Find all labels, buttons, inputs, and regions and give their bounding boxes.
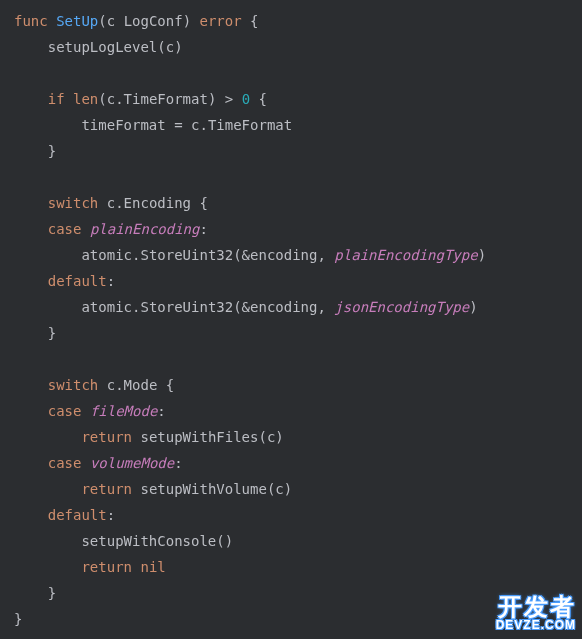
code-line-10: atomic.StoreUint32(&encoding, plainEncod… [14, 242, 568, 268]
code-line-1: func SetUp(c LogConf) error { [14, 8, 568, 34]
watermark-text-url: DEVZE.COM [496, 619, 576, 631]
code-line-21: setupWithConsole() [14, 528, 568, 554]
code-line-18: case volumeMode: [14, 450, 568, 476]
code-line-3 [14, 60, 568, 86]
code-line-9: case plainEncoding: [14, 216, 568, 242]
code-line-11: default: [14, 268, 568, 294]
code-line-4: if len(c.TimeFormat) > 0 { [14, 86, 568, 112]
watermark: 开发者 DEVZE.COM [496, 595, 576, 631]
code-line-16: case fileMode: [14, 398, 568, 424]
code-line-8: switch c.Encoding { [14, 190, 568, 216]
code-line-19: return setupWithVolume(c) [14, 476, 568, 502]
code-line-7 [14, 164, 568, 190]
code-line-23: } [14, 580, 568, 606]
code-line-12: atomic.StoreUint32(&encoding, jsonEncodi… [14, 294, 568, 320]
watermark-text-cn: 开发者 [496, 595, 576, 619]
code-line-13: } [14, 320, 568, 346]
code-line-17: return setupWithFiles(c) [14, 424, 568, 450]
code-line-5: timeFormat = c.TimeFormat [14, 112, 568, 138]
code-line-2: setupLogLevel(c) [14, 34, 568, 60]
code-line-15: switch c.Mode { [14, 372, 568, 398]
code-line-20: default: [14, 502, 568, 528]
code-line-14 [14, 346, 568, 372]
code-editor[interactable]: func SetUp(c LogConf) error { setupLogLe… [14, 8, 568, 632]
code-line-22: return nil [14, 554, 568, 580]
code-line-6: } [14, 138, 568, 164]
code-line-24: } [14, 606, 568, 632]
